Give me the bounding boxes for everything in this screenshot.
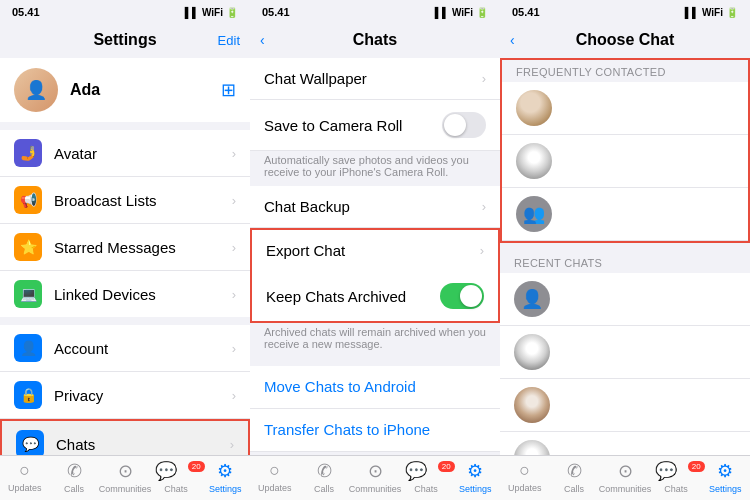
chats-panel: 05.41 ▌▌ WiFi 🔋 ‹ Chats Chat Wallpaper ›… — [250, 0, 500, 500]
chats-tab-icon: 💬 — [155, 461, 177, 481]
transfer-section: Move Chats to Android Transfer Chats to … — [250, 366, 500, 452]
chats-settings-section: Chat Wallpaper › Save to Camera Roll Aut… — [250, 58, 500, 358]
tab-chats-3[interactable]: 💬 20 Chats — [651, 460, 700, 494]
privacy-label: Privacy — [54, 387, 220, 404]
export-chat-item[interactable]: Export Chat › — [250, 228, 500, 273]
settings-item-starred[interactable]: ⭐ Starred Messages › — [0, 224, 250, 271]
tab-calls-1[interactable]: ✆ Calls — [49, 460, 98, 494]
transfer-iphone-item[interactable]: Transfer Chats to iPhone — [250, 409, 500, 452]
back-button-3[interactable]: ‹ — [510, 32, 515, 48]
status-bar-2: 05.41 ▌▌ WiFi 🔋 — [250, 0, 500, 22]
section-general: 🤳 Avatar › 📢 Broadcast Lists › ⭐ Starred… — [0, 130, 250, 317]
chat-wallpaper-chevron: › — [482, 71, 486, 86]
edit-button[interactable]: Edit — [218, 33, 240, 48]
fc-contact-3[interactable]: 👥 — [502, 188, 748, 241]
linked-chevron: › — [232, 287, 236, 302]
fc-avatar-2 — [516, 143, 552, 179]
move-android-label: Move Chats to Android — [264, 378, 416, 395]
chat-backup-chevron: › — [482, 199, 486, 214]
qr-icon[interactable]: ⊞ — [221, 79, 236, 101]
tab-settings-1[interactable]: ⚙ Settings — [201, 460, 250, 494]
settings-item-avatar[interactable]: 🤳 Avatar › — [0, 130, 250, 177]
time-3: 05.41 — [512, 6, 540, 18]
profile-name: Ada — [70, 81, 209, 99]
chats-label: Chats — [56, 436, 218, 453]
tab-bar-3: ○ Updates ✆ Calls ⊙ Communities 💬 20 Cha… — [500, 455, 750, 500]
calls-icon-3: ✆ — [567, 460, 582, 482]
fc-avatar-3: 👥 — [516, 196, 552, 232]
account-label: Account — [54, 340, 220, 357]
fc-avatar-1 — [516, 90, 552, 126]
chats-badge-3: 20 — [688, 461, 705, 472]
updates-icon-3: ○ — [519, 460, 530, 481]
rc-contact-2[interactable] — [500, 326, 750, 379]
status-icons-1: ▌▌ WiFi 🔋 — [185, 7, 238, 18]
back-button-2[interactable]: ‹ — [260, 32, 265, 48]
tab-chats-2[interactable]: 💬 20 Chats — [401, 460, 450, 494]
status-bar-1: 05.41 ▌▌ WiFi 🔋 — [0, 0, 250, 22]
account-icon: 👤 — [14, 334, 42, 362]
choose-chat-panel: 05.41 ▌▌ WiFi 🔋 ‹ Choose Chat FREQUENTLY… — [500, 0, 750, 500]
tab-settings-3[interactable]: ⚙ Settings — [701, 460, 750, 494]
chat-backup-item[interactable]: Chat Backup › — [250, 186, 500, 228]
keep-archived-subtext: Archived chats will remain archived when… — [250, 323, 500, 358]
tab-communities-2[interactable]: ⊙ Communities — [349, 460, 402, 494]
tab-calls-2[interactable]: ✆ Calls — [299, 460, 348, 494]
save-camera-item[interactable]: Save to Camera Roll — [250, 100, 500, 151]
frequently-contacted-section: FREQUENTLY CONTACTED 👥 — [500, 58, 750, 243]
updates-icon: ○ — [19, 460, 30, 481]
account-chevron: › — [232, 341, 236, 356]
chats-icon: 💬 — [16, 430, 44, 455]
rc-avatar-4 — [514, 440, 550, 455]
fc-contact-1[interactable] — [502, 82, 748, 135]
rc-contact-4[interactable] — [500, 432, 750, 455]
tab-updates-1[interactable]: ○ Updates — [0, 460, 49, 494]
keep-archived-toggle[interactable] — [440, 283, 484, 309]
move-android-item[interactable]: Move Chats to Android — [250, 366, 500, 409]
settings-tab-icon-2: ⚙ — [467, 460, 483, 482]
rc-contact-1[interactable]: 👤 — [500, 273, 750, 326]
avatar-chevron: › — [232, 146, 236, 161]
settings-item-privacy[interactable]: 🔒 Privacy › — [0, 372, 250, 419]
updates-icon-2: ○ — [269, 460, 280, 481]
communities-icon: ⊙ — [118, 461, 133, 481]
rc-avatar-1: 👤 — [514, 281, 550, 317]
fc-contact-2[interactable] — [502, 135, 748, 188]
settings-header: Settings Edit — [0, 22, 250, 58]
save-camera-toggle[interactable] — [442, 112, 486, 138]
settings-item-chats[interactable]: 💬 Chats › — [0, 419, 250, 455]
tab-updates-2[interactable]: ○ Updates — [250, 460, 299, 494]
communities-icon-3: ⊙ — [618, 460, 633, 482]
keep-archived-label: Keep Chats Archived — [266, 288, 440, 305]
rc-avatar-2 — [514, 334, 550, 370]
settings-item-broadcast[interactable]: 📢 Broadcast Lists › — [0, 177, 250, 224]
time-2: 05.41 — [262, 6, 290, 18]
time-1: 05.41 — [12, 6, 40, 18]
profile-row[interactable]: 👤 Ada ⊞ — [0, 58, 250, 122]
chats-badge: 20 — [188, 461, 205, 472]
starred-icon: ⭐ — [14, 233, 42, 261]
chat-wallpaper-item[interactable]: Chat Wallpaper › — [250, 58, 500, 100]
export-chat-chevron: › — [480, 243, 484, 258]
settings-item-linked[interactable]: 💻 Linked Devices › — [0, 271, 250, 317]
section-privacy: 👤 Account › 🔒 Privacy › 💬 Chats › 🔔 Noti… — [0, 325, 250, 455]
frequently-contacted-header: FREQUENTLY CONTACTED — [502, 60, 748, 82]
chats-tab-icon-2: 💬 — [405, 461, 427, 481]
tab-updates-3[interactable]: ○ Updates — [500, 460, 549, 494]
tab-calls-3[interactable]: ✆ Calls — [549, 460, 598, 494]
tab-communities-1[interactable]: ⊙ Communities — [99, 460, 152, 494]
avatar: 👤 — [14, 68, 58, 112]
tab-settings-2[interactable]: ⚙ Settings — [451, 460, 500, 494]
settings-item-account[interactable]: 👤 Account › — [0, 325, 250, 372]
settings-title: Settings — [81, 22, 168, 58]
calls-icon: ✆ — [67, 460, 82, 482]
tab-communities-3[interactable]: ⊙ Communities — [599, 460, 652, 494]
keep-archived-item[interactable]: Keep Chats Archived — [250, 271, 500, 323]
tab-chats-1[interactable]: 💬 20 Chats — [151, 460, 200, 494]
privacy-icon: 🔒 — [14, 381, 42, 409]
rc-contact-3[interactable] — [500, 379, 750, 432]
keep-archived-knob — [460, 285, 482, 307]
choose-chat-header: ‹ Choose Chat — [500, 22, 750, 58]
rc-avatar-3 — [514, 387, 550, 423]
export-chat-label: Export Chat — [266, 242, 480, 259]
